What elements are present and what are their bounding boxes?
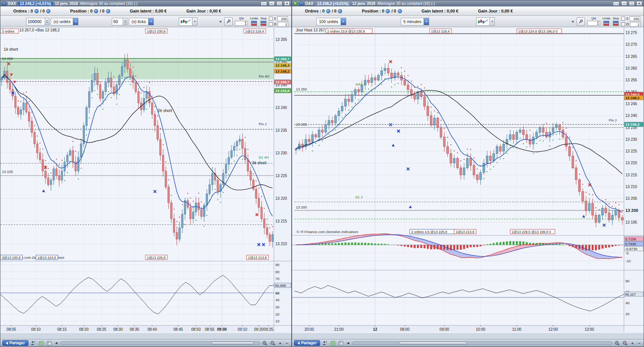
zoom-out-icon[interactable]: [622, 340, 628, 346]
zoom-out-icon[interactable]: [270, 340, 276, 346]
share-label: Partager: [301, 341, 317, 345]
scrollbar-handle[interactable]: [212, 342, 253, 344]
wrench-icon: [578, 19, 583, 24]
close-button[interactable]: ×: [284, 1, 290, 6]
s-value-box[interactable]: 266: [277, 16, 288, 21]
keyboard-icon[interactable]: [613, 2, 619, 6]
minimize-button[interactable]: −: [621, 1, 627, 6]
s-value-box[interactable]: 266: [630, 16, 640, 21]
units-dropdown[interactable]: 100 unités ▼: [316, 18, 346, 25]
svg-text:13 210: 13 210: [625, 185, 637, 189]
titlebar[interactable]: DAX 13 248,2 (+0,01%) 12 janv. 2018 Alle…: [0, 0, 291, 6]
maximize-button[interactable]: □: [629, 1, 635, 6]
zoom-plus-button[interactable]: +: [278, 341, 283, 345]
time-axis-label: 08:05: [6, 327, 16, 331]
price-chart-right[interactable]: 13 19513 20013 20513 21013 21513 22013 2…: [292, 27, 644, 333]
scrollbar-handle[interactable]: [399, 342, 467, 344]
stop-order-icon[interactable]: [261, 21, 266, 26]
watchlist-grid-icon[interactable]: [330, 340, 336, 346]
spin-down-icon[interactable]: ▼: [124, 22, 126, 23]
collapse-panel-button[interactable]: ◀: [571, 20, 574, 23]
chevron-down-icon[interactable]: ▼: [192, 17, 197, 26]
zoom-in-icon[interactable]: [614, 340, 620, 346]
watchlist-grid-icon[interactable]: [38, 340, 44, 346]
orders-label: Ordres : 0: [13, 9, 33, 13]
orders-sell-icon[interactable]: [46, 9, 50, 13]
chart-scrollbar[interactable]: [61, 341, 260, 345]
time-axis-label: 21:00: [334, 327, 344, 331]
time-axis-label: 08:25: [97, 327, 106, 331]
share-button[interactable]: Partager: [2, 340, 28, 346]
o-label: O: [626, 22, 629, 26]
close-button[interactable]: ×: [636, 1, 642, 6]
instrument-price: 13 248,2 (+0,01%): [315, 2, 350, 6]
chart-area-right[interactable]: 13 19513 20013 20513 21013 21513 22013 2…: [292, 27, 644, 339]
o-value-box[interactable]: 2: [630, 22, 641, 27]
maximize-button[interactable]: □: [277, 1, 282, 6]
ticks-spinner[interactable]: ▲▼: [112, 18, 127, 25]
spin-down-icon[interactable]: ▼: [46, 22, 48, 23]
s-checkbox[interactable]: [621, 17, 625, 20]
svg-text:60,685: 60,685: [275, 283, 286, 288]
qty-column: Qté: [587, 17, 600, 26]
chart-area-left[interactable]: 13 21013 21513 22013 22513 23013 23513 2…: [0, 27, 291, 339]
stop-support-toggles: S266 O2: [621, 16, 641, 27]
limit-order-icon[interactable]: [603, 21, 609, 26]
time-axis-label: 09:25: [264, 327, 273, 331]
stop-order-icon[interactable]: [613, 21, 619, 26]
zoom-plus-button[interactable]: +: [630, 341, 635, 345]
o-value-box[interactable]: 2: [278, 22, 288, 27]
minimize-button[interactable]: −: [269, 1, 275, 6]
chart-style-button[interactable]: ▼: [476, 17, 495, 26]
ticks-input[interactable]: [112, 18, 123, 25]
quantity-input[interactable]: [27, 18, 45, 25]
zoom-minus-button[interactable]: −: [637, 341, 642, 345]
timeframe-dropdown[interactable]: 5 minutes ▼: [401, 18, 430, 25]
svg-text:20: 20: [625, 312, 630, 316]
order-qty-input[interactable]: [587, 21, 600, 26]
scroll-left-button[interactable]: ◀: [346, 341, 350, 345]
order-qty-input[interactable]: [235, 21, 248, 26]
layout-grid-icon[interactable]: [46, 340, 52, 346]
chart-scrollbar[interactable]: [352, 341, 612, 345]
zoom-in-icon[interactable]: [262, 340, 268, 346]
price-chart-left[interactable]: 13 21013 21513 22013 22513 23013 23513 2…: [0, 27, 291, 333]
chart-style-icon: [179, 17, 192, 26]
zoom-minus-button[interactable]: −: [284, 341, 289, 345]
ticks-unit-dropdown[interactable]: (x) ticks ▼: [129, 18, 154, 25]
scroll-left-button[interactable]: ◀: [54, 341, 59, 345]
user-icon[interactable]: [322, 340, 328, 346]
position-buy-icon[interactable]: [94, 9, 98, 13]
quantity-spinner[interactable]: ▲▼: [26, 18, 49, 25]
order-settings-button[interactable]: [577, 17, 585, 26]
user-icon[interactable]: [30, 340, 36, 346]
svg-text:1@13 225,8: 1@13 225,8: [147, 256, 166, 260]
position-sell-icon[interactable]: [398, 9, 402, 13]
orders-buy-icon[interactable]: [326, 9, 330, 13]
level-label: 13 200: [296, 205, 307, 209]
limit-order-icon[interactable]: [251, 21, 257, 26]
collapse-panel-button[interactable]: ◀: [218, 20, 222, 23]
orders-sell-icon[interactable]: [338, 9, 342, 13]
svg-text:50: 50: [275, 291, 280, 295]
quantity-unit-dropdown[interactable]: (x) unités ▼: [51, 18, 78, 25]
chart-window-left: DAX 13 248,2 (+0,01%) 12 janv. 2018 Alle…: [0, 0, 292, 347]
layout-grid-icon[interactable]: [338, 340, 344, 346]
order-settings-button[interactable]: [224, 17, 233, 26]
s-checkbox[interactable]: [269, 17, 273, 20]
stop-support-toggles: S266 O2: [269, 16, 288, 27]
svg-text:13 225: 13 225: [625, 149, 637, 153]
svg-text:90: 90: [275, 263, 280, 267]
titlebar[interactable]: DAX 13 248,2 (+0,01%) 12 janv. 2018 Alle…: [292, 0, 644, 6]
app-icon: [299, 2, 303, 6]
keyboard-icon[interactable]: [261, 2, 267, 6]
share-button[interactable]: Partager: [294, 340, 320, 346]
instrument-name: DAX: [8, 2, 16, 6]
o-checkbox[interactable]: [621, 22, 625, 26]
orders-buy-icon[interactable]: [34, 9, 39, 13]
position-buy-icon[interactable]: [386, 9, 390, 13]
chevron-down-icon[interactable]: ▼: [490, 17, 495, 26]
o-checkbox[interactable]: [269, 22, 273, 26]
chart-style-button[interactable]: ▼: [179, 17, 197, 26]
position-sell-icon[interactable]: [106, 9, 110, 13]
